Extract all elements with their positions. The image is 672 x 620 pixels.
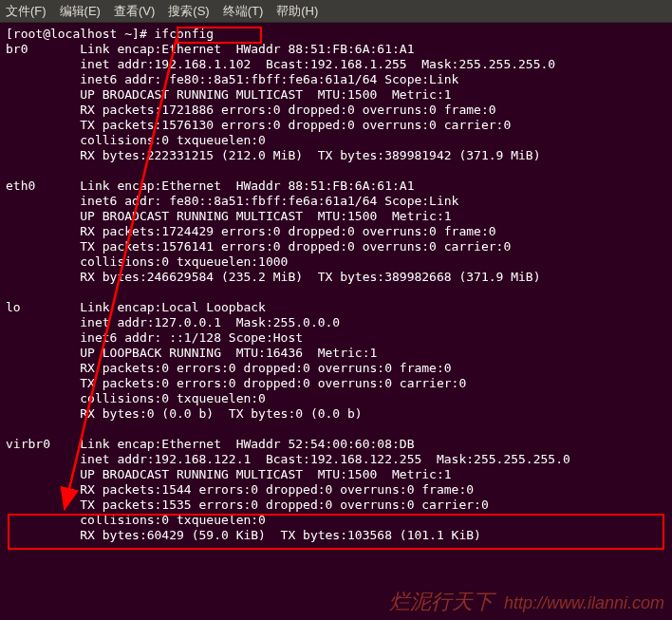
terminal-output[interactable]: [root@localhost ~]# ifconfig br0 Link en… bbox=[0, 23, 672, 547]
watermark-url: http://www.ilanni.com bbox=[504, 593, 664, 612]
menu-terminal-item[interactable]: 终端(T) bbox=[223, 3, 264, 20]
menu-help[interactable]: 帮助(H) bbox=[276, 3, 318, 20]
menu-view[interactable]: 查看(V) bbox=[114, 3, 155, 20]
menu-edit[interactable]: 编辑(E) bbox=[60, 3, 101, 20]
watermark-cn: 烂泥行天下 bbox=[389, 590, 494, 613]
menu-search[interactable]: 搜索(S) bbox=[168, 3, 209, 20]
menu-file[interactable]: 文件(F) bbox=[6, 3, 47, 20]
watermark: 烂泥行天下 http://www.ilanni.com bbox=[389, 588, 664, 616]
menu-bar: 文件(F) 编辑(E) 查看(V) 搜索(S) 终端(T) 帮助(H) bbox=[0, 0, 672, 23]
